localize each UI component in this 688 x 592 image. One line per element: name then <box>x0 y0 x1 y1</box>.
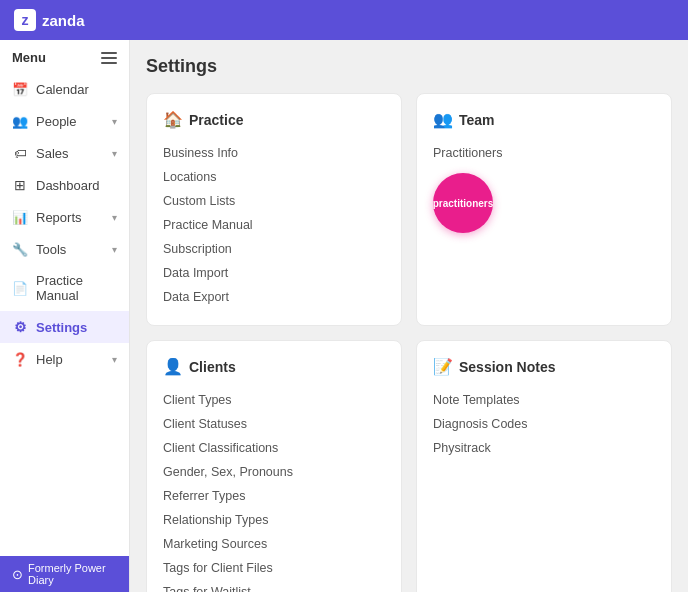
chevron-down-icon: ▾ <box>112 212 117 223</box>
sidebar-item-label: Practice Manual <box>36 273 117 303</box>
sidebar-item-practice-manual[interactable]: Practice Manual <box>0 265 129 311</box>
hamburger-button[interactable] <box>101 52 117 64</box>
sidebar-item-people[interactable]: People ▾ <box>0 105 129 137</box>
locations-link[interactable]: Locations <box>163 165 385 189</box>
diagnosis-codes-link[interactable]: Diagnosis Codes <box>433 412 655 436</box>
subscription-link[interactable]: Subscription <box>163 237 385 261</box>
client-statuses-link[interactable]: Client Statuses <box>163 412 385 436</box>
sidebar-item-dashboard[interactable]: Dashboard <box>0 169 129 201</box>
chevron-down-icon: ▾ <box>112 148 117 159</box>
sidebar-item-label: People <box>36 114 104 129</box>
sidebar-item-calendar[interactable]: Calendar <box>0 73 129 105</box>
session-notes-card-title: Session Notes <box>433 357 655 376</box>
referrer-types-link[interactable]: Referrer Types <box>163 484 385 508</box>
sidebar-item-label: Help <box>36 352 104 367</box>
session-notes-card: Session Notes Note Templates Diagnosis C… <box>416 340 672 592</box>
team-card-title: Team <box>433 110 655 129</box>
sidebar-item-settings[interactable]: Settings <box>0 311 129 343</box>
brand-logo[interactable]: z zanda <box>14 9 85 31</box>
marketing-sources-link[interactable]: Marketing Sources <box>163 532 385 556</box>
client-classifications-link[interactable]: Client Classifications <box>163 436 385 460</box>
team-card-icon <box>433 110 453 129</box>
people-icon <box>12 113 28 129</box>
formerly-label: Formerly Power Diary <box>28 562 117 586</box>
sidebar-item-reports[interactable]: Reports ▾ <box>0 201 129 233</box>
sidebar-item-label: Settings <box>36 320 117 335</box>
topbar: z zanda <box>0 0 688 40</box>
sidebar-item-label: Calendar <box>36 82 117 97</box>
data-import-link[interactable]: Data Import <box>163 261 385 285</box>
tags-client-files-link[interactable]: Tags for Client Files <box>163 556 385 580</box>
sidebar-item-label: Reports <box>36 210 104 225</box>
sidebar-item-sales[interactable]: Sales ▾ <box>0 137 129 169</box>
chevron-down-icon: ▾ <box>112 244 117 255</box>
practitioners-circle[interactable]: practitioners <box>433 173 493 233</box>
formerly-power-diary-bar[interactable]: Formerly Power Diary <box>0 556 129 592</box>
tools-icon <box>12 241 28 257</box>
relationship-types-link[interactable]: Relationship Types <box>163 508 385 532</box>
custom-lists-link[interactable]: Custom Lists <box>163 189 385 213</box>
sidebar: Menu Calendar People ▾ Sales ▾ Dashboard… <box>0 40 130 592</box>
sidebar-header: Menu <box>0 40 129 73</box>
dashboard-icon <box>12 177 28 193</box>
physitrack-link[interactable]: Physitrack <box>433 436 655 460</box>
practitioners-link[interactable]: Practitioners <box>433 141 655 165</box>
practice-manual-icon <box>12 280 28 296</box>
sidebar-item-label: Sales <box>36 146 104 161</box>
settings-cards-grid: Practice Business Info Locations Custom … <box>146 93 672 592</box>
practice-title-text: Practice <box>189 112 243 128</box>
sidebar-item-help[interactable]: Help ▾ <box>0 343 129 375</box>
business-info-link[interactable]: Business Info <box>163 141 385 165</box>
clients-title-text: Clients <box>189 359 236 375</box>
practice-card-icon <box>163 110 183 129</box>
reports-icon <box>12 209 28 225</box>
sidebar-item-label: Dashboard <box>36 178 117 193</box>
note-templates-link[interactable]: Note Templates <box>433 388 655 412</box>
calendar-icon <box>12 81 28 97</box>
settings-icon <box>12 319 28 335</box>
client-types-link[interactable]: Client Types <box>163 388 385 412</box>
help-icon <box>12 351 28 367</box>
practice-card-title: Practice <box>163 110 385 129</box>
menu-label: Menu <box>12 50 46 65</box>
practice-card: Practice Business Info Locations Custom … <box>146 93 402 326</box>
chevron-down-icon: ▾ <box>112 116 117 127</box>
content-area: Settings Practice Business Info Location… <box>130 40 688 592</box>
chevron-down-icon: ▾ <box>112 354 117 365</box>
main-layout: Menu Calendar People ▾ Sales ▾ Dashboard… <box>0 40 688 592</box>
circle-label: practitioners <box>433 198 494 209</box>
sidebar-item-tools[interactable]: Tools ▾ <box>0 233 129 265</box>
clients-card-icon <box>163 357 183 376</box>
brand-name: zanda <box>42 12 85 29</box>
formerly-icon <box>12 567 23 582</box>
page-title: Settings <box>146 56 672 77</box>
gender-sex-pronouns-link[interactable]: Gender, Sex, Pronouns <box>163 460 385 484</box>
sales-icon <box>12 145 28 161</box>
practice-manual-link[interactable]: Practice Manual <box>163 213 385 237</box>
clients-card-title: Clients <box>163 357 385 376</box>
session-notes-card-icon <box>433 357 453 376</box>
team-title-text: Team <box>459 112 495 128</box>
clients-card: Clients Client Types Client Statuses Cli… <box>146 340 402 592</box>
sidebar-item-label: Tools <box>36 242 104 257</box>
logo-z-icon: z <box>14 9 36 31</box>
session-notes-title-text: Session Notes <box>459 359 555 375</box>
data-export-link[interactable]: Data Export <box>163 285 385 309</box>
tags-waitlist-link[interactable]: Tags for Waitlist <box>163 580 385 592</box>
team-card: Team Practitioners practitioners <box>416 93 672 326</box>
